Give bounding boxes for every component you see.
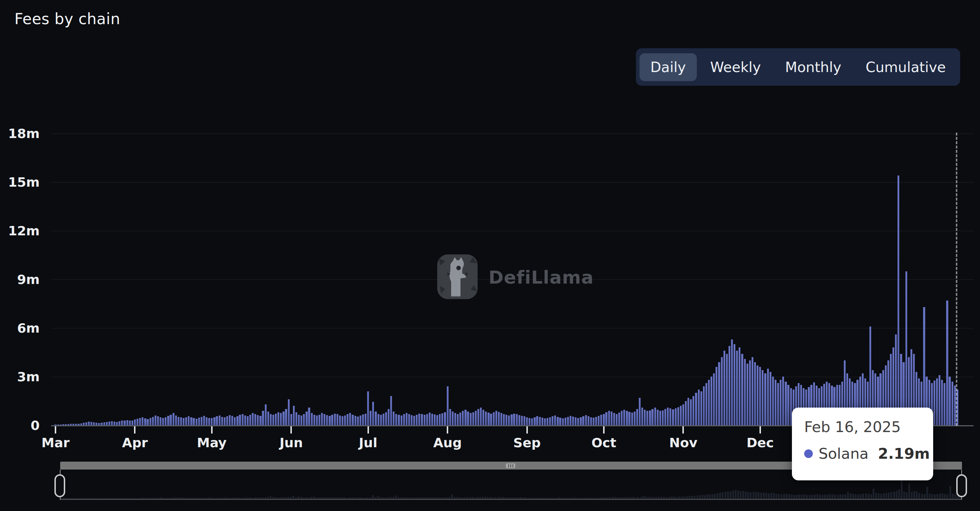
bar[interactable]	[234, 417, 235, 426]
bar[interactable]	[465, 410, 466, 425]
bar[interactable]	[305, 412, 307, 425]
bar[interactable]	[698, 390, 700, 425]
bar[interactable]	[782, 377, 784, 425]
bar[interactable]	[626, 411, 628, 426]
bar[interactable]	[762, 370, 764, 425]
bar[interactable]	[777, 383, 779, 425]
bar[interactable]	[282, 412, 284, 425]
bar[interactable]	[318, 415, 320, 425]
bar[interactable]	[150, 418, 151, 425]
bar[interactable]	[733, 344, 735, 425]
bar[interactable]	[600, 415, 602, 425]
bar[interactable]	[475, 411, 477, 426]
bar[interactable]	[787, 385, 789, 426]
bar[interactable]	[290, 414, 292, 426]
bar[interactable]	[439, 414, 441, 425]
bar[interactable]	[111, 421, 113, 425]
bar[interactable]	[605, 412, 607, 425]
bar[interactable]	[554, 415, 556, 425]
bar[interactable]	[175, 415, 177, 425]
bar[interactable]	[339, 415, 341, 425]
bar[interactable]	[744, 359, 746, 426]
bar[interactable]	[511, 414, 512, 425]
bar[interactable]	[508, 415, 510, 425]
bar[interactable]	[708, 380, 710, 425]
bar[interactable]	[939, 375, 940, 426]
slider-right-handle[interactable]	[956, 474, 967, 497]
bar[interactable]	[401, 415, 402, 425]
bar[interactable]	[206, 417, 208, 426]
bar[interactable]	[705, 383, 707, 425]
bar[interactable]	[188, 416, 189, 425]
bar[interactable]	[313, 415, 315, 425]
bar[interactable]	[85, 422, 87, 425]
bar[interactable]	[267, 412, 269, 425]
bar[interactable]	[695, 393, 697, 425]
bar[interactable]	[941, 380, 943, 425]
bar[interactable]	[700, 392, 702, 426]
bar[interactable]	[621, 411, 623, 425]
bar[interactable]	[349, 413, 351, 425]
bar[interactable]	[506, 415, 507, 425]
bar[interactable]	[934, 380, 935, 425]
bar[interactable]	[113, 422, 115, 425]
bar[interactable]	[628, 412, 630, 425]
bar[interactable]	[408, 414, 410, 426]
bar[interactable]	[398, 415, 399, 425]
bar[interactable]	[580, 417, 582, 426]
bar[interactable]	[570, 416, 571, 425]
bar[interactable]	[132, 420, 133, 425]
bar[interactable]	[255, 414, 256, 426]
bar[interactable]	[593, 418, 595, 425]
bar[interactable]	[682, 404, 684, 426]
bar[interactable]	[375, 412, 377, 425]
bar[interactable]	[544, 419, 546, 425]
bar[interactable]	[201, 417, 202, 425]
bar[interactable]	[503, 414, 505, 426]
bar[interactable]	[160, 417, 161, 425]
bar[interactable]	[383, 414, 385, 425]
bar[interactable]	[767, 369, 769, 426]
bar[interactable]	[738, 347, 740, 425]
bar[interactable]	[490, 414, 492, 425]
bar[interactable]	[236, 416, 238, 425]
bar[interactable]	[657, 410, 659, 425]
bar[interactable]	[721, 357, 723, 425]
bar[interactable]	[124, 420, 126, 426]
bar[interactable]	[726, 354, 728, 425]
bar[interactable]	[692, 396, 694, 425]
bar[interactable]	[641, 408, 643, 426]
bar[interactable]	[139, 418, 141, 425]
bar[interactable]	[495, 411, 497, 425]
bar[interactable]	[582, 416, 584, 425]
bar[interactable]	[129, 420, 131, 426]
bar[interactable]	[559, 418, 561, 425]
bar[interactable]	[685, 401, 687, 426]
bar[interactable]	[198, 418, 200, 425]
bar[interactable]	[183, 418, 185, 425]
bar[interactable]	[298, 415, 300, 425]
bar[interactable]	[154, 415, 156, 425]
bar[interactable]	[108, 422, 110, 425]
bar[interactable]	[547, 418, 548, 425]
bar[interactable]	[943, 383, 945, 425]
bar[interactable]	[664, 409, 666, 425]
bar[interactable]	[157, 416, 159, 425]
bar[interactable]	[447, 386, 449, 425]
bar[interactable]	[780, 380, 781, 425]
bar[interactable]	[193, 418, 194, 425]
bar[interactable]	[452, 412, 453, 425]
bar[interactable]	[949, 377, 950, 425]
bar[interactable]	[100, 423, 102, 425]
bar[interactable]	[411, 415, 412, 425]
bar[interactable]	[83, 423, 85, 425]
bar[interactable]	[662, 411, 663, 425]
bar[interactable]	[644, 410, 646, 425]
bar[interactable]	[229, 415, 231, 425]
bar[interactable]	[388, 409, 390, 425]
bar[interactable]	[321, 413, 323, 425]
bar[interactable]	[498, 412, 500, 425]
bar[interactable]	[646, 411, 648, 425]
bar[interactable]	[360, 415, 361, 425]
bar[interactable]	[355, 416, 356, 425]
